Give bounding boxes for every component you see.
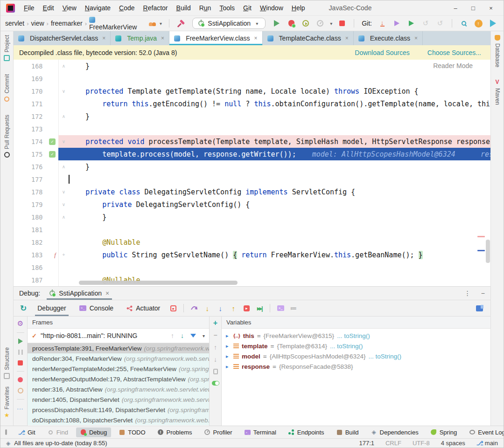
pause-program-button[interactable] (18, 350, 23, 355)
step-out-button[interactable]: ↑ (227, 303, 239, 314)
gutter-breakpoint-slot[interactable]: ✓ (46, 138, 58, 145)
toolwindow-button-project[interactable]: Project (4, 35, 10, 61)
thread-selector[interactable]: ✓ "http-nio-8081...main": RUNNING ↑ ↓ ▾ (28, 329, 209, 343)
toolwindow-button-profiler[interactable]: Profiler (200, 427, 236, 437)
mute-breakpoints-button[interactable] (18, 388, 23, 393)
tab-freemarkerview-class[interactable]: FreeMarkerView.class× (169, 31, 262, 45)
fold-marker-icon[interactable]: ∨ (58, 198, 69, 211)
menu-item-run[interactable]: Run (195, 3, 216, 13)
status-item-main[interactable]: ⎇main (476, 440, 498, 447)
toolwindow-button-terminal[interactable]: >_Terminal (240, 427, 280, 437)
move-down-button[interactable]: ↓ (214, 357, 217, 362)
more-options-icon[interactable]: ⋮ (464, 289, 471, 297)
stack-frame-row[interactable]: render:316, AbstractView (org.springfram… (28, 384, 209, 394)
learn-ide-button[interactable] (487, 18, 499, 29)
tab-debugger[interactable]: Debugger (31, 300, 72, 316)
toolwindow-button-spring[interactable]: Spring (427, 427, 462, 437)
stop-button[interactable] (336, 18, 348, 29)
editor-vertical-scrollbar[interactable] (486, 240, 490, 263)
code-line-168[interactable]: 168∧ } (14, 60, 490, 72)
gutter-breakpoint-slot[interactable]: ✓ (46, 151, 58, 158)
force-step-into-button[interactable]: ↓ (214, 303, 226, 314)
code-line-169[interactable]: 169 (14, 72, 490, 85)
close-icon[interactable]: × (345, 35, 349, 41)
breakpoint-check-icon[interactable]: ✓ (49, 138, 56, 145)
git-update-button[interactable]: ↓ (376, 18, 388, 29)
menu-item-edit[interactable]: Edit (39, 3, 58, 13)
toolwindow-button-endpoints[interactable]: Endpoints (284, 427, 329, 437)
history-forward-button[interactable]: ↺ (434, 18, 446, 29)
reader-mode-label[interactable]: Reader Mode (433, 62, 473, 69)
code-line-180[interactable]: 180∧ } (14, 211, 490, 223)
evaluate-expression-button[interactable]: >_ (274, 303, 287, 314)
fold-marker-icon[interactable]: + (58, 248, 69, 261)
code-line-181[interactable]: 181 (14, 223, 490, 236)
code-line-186[interactable]: 186 (14, 261, 490, 274)
git-commit-push-button[interactable] (405, 18, 417, 29)
tab-console[interactable]: >_Console (73, 300, 119, 316)
restore-layout-button[interactable] (167, 303, 179, 314)
stack-frame-row[interactable]: render:1405, DispatcherServlet (org.spri… (28, 394, 209, 405)
view-breakpoints-button[interactable] (18, 377, 23, 382)
close-icon[interactable]: × (161, 35, 164, 41)
code-line-177[interactable]: 177 (14, 173, 490, 186)
settings-list-button[interactable]: ≔ (287, 303, 300, 314)
variable-row-template[interactable]: ▸template = {Template@6314} ... toString… (222, 341, 490, 351)
notifications-button[interactable]: ↑ (472, 18, 484, 29)
breadcrumb-item-freemarker[interactable]: freemarker (51, 20, 83, 27)
status-item-crlf[interactable]: CRLF (385, 440, 401, 447)
search-everywhere-button[interactable] (458, 18, 470, 29)
fold-marker-icon[interactable]: ∧ (58, 60, 69, 72)
rerun-button[interactable]: ↻ (20, 303, 27, 313)
code-line-179[interactable]: 179∨ private DelegatingServletConfig() { (14, 198, 490, 211)
chevron-down-icon[interactable]: ▾ (330, 21, 332, 26)
breadcrumb-item-freemarkerview[interactable]: FreeMarkerView (89, 16, 140, 31)
settings-gear-icon[interactable]: ⚙ (17, 320, 23, 327)
toolwindow-button-structure[interactable]: Structure (4, 347, 10, 379)
code-line-176[interactable]: 176∧ } (14, 160, 490, 173)
toolwindow-button-event-log[interactable]: Event Log (465, 427, 504, 437)
status-item-4-spaces[interactable]: 4 spaces (441, 440, 465, 447)
tostring-link[interactable]: ... toString() (337, 332, 370, 339)
fold-marker-icon[interactable]: ∨ (58, 135, 69, 148)
breadcrumb-item-view[interactable]: view (31, 20, 44, 27)
toolwindow-button-git[interactable]: ⎇Git (14, 427, 40, 437)
duplicate-icon[interactable] (213, 369, 218, 374)
toolwindow-button-build[interactable]: Build (332, 427, 363, 437)
close-button[interactable]: × (482, 5, 500, 12)
close-icon[interactable]: × (102, 35, 105, 41)
stack-frame-row[interactable]: doRender:304, FreeMarkerView (org.spring… (28, 353, 209, 364)
code-line-172[interactable]: 172∧ } (14, 110, 490, 123)
variable-row-this[interactable]: ▸{..}this = {FreeMarkerView@6315} ... to… (222, 331, 490, 341)
coverage-button[interactable] (300, 18, 312, 29)
close-icon[interactable]: × (414, 35, 418, 41)
close-icon[interactable]: × (254, 35, 258, 41)
toolwindow-button-commit[interactable]: Commit (4, 74, 10, 101)
run-to-cursor-button[interactable]: ▸ (240, 303, 252, 314)
debug-session-tab[interactable]: SstiApplication × (47, 287, 112, 300)
fold-marker-icon[interactable]: ∧ (58, 211, 69, 223)
toolwindow-button-database[interactable]: Database (494, 35, 501, 67)
code-line-174[interactable]: 174✓∨ protected void processTemplate(Tem… (14, 135, 490, 148)
fold-marker-icon[interactable]: ∧ (58, 110, 69, 123)
step-into-button[interactable]: ↓ (201, 303, 213, 314)
tostring-link[interactable]: ... toString() (330, 343, 363, 350)
stack-frame-row[interactable]: renderMergedOutputModel:179, AbstractTem… (28, 374, 209, 384)
stack-frame-row[interactable]: processDispatchResult:1149, DispatcherSe… (28, 405, 209, 415)
step-over-button[interactable] (188, 303, 200, 314)
banner-link-choose-sources-[interactable]: Choose Sources... (427, 49, 481, 56)
code-line-178[interactable]: 178∨ private class DelegatingServletConf… (14, 186, 490, 198)
tab-templatecache-class[interactable]: TemplateCache.class× (263, 31, 354, 45)
toolwindow-button-pull-requests[interactable]: Pull Requests (4, 115, 10, 158)
menu-item-git[interactable]: Git (239, 3, 256, 13)
fold-marker-icon[interactable]: ∧ (58, 160, 69, 173)
toolwindow-button-todo[interactable]: TODO (115, 427, 149, 437)
toolwindow-button-debug[interactable]: Debug (76, 427, 111, 437)
layout-settings-button[interactable] (476, 305, 483, 311)
code-editor[interactable]: Reader Mode 168∧ }169170∨ protected Temp… (14, 60, 490, 286)
resume-program-button[interactable] (18, 338, 23, 344)
breadcrumb-item-servlet[interactable]: servlet (5, 20, 24, 27)
menu-item-help[interactable]: Help (287, 3, 309, 13)
build-project-button[interactable] (178, 20, 184, 27)
stack-frame-row[interactable]: doDispatch:1088, DispatcherServlet (org.… (28, 415, 209, 425)
